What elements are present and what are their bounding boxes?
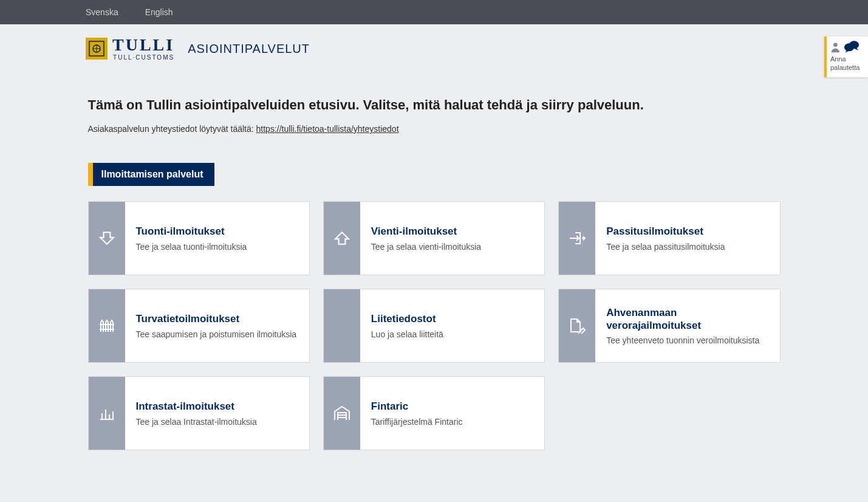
logo-sub-text: TULL·CUSTOMS <box>112 55 174 61</box>
service-card[interactable]: LiitetiedostotLuo ja selaa liitteitä <box>323 289 545 363</box>
service-card-grid: Tuonti-ilmoituksetTee ja selaa tuonti-il… <box>88 201 781 450</box>
topbar: Svenska English <box>0 0 868 24</box>
intro-block: Tämä on Tullin asiointipalveluiden etusi… <box>88 97 781 134</box>
file-pen-icon <box>559 289 595 362</box>
arrow-up-icon <box>324 202 360 275</box>
section-title: Ilmoittamisen palvelut <box>93 163 214 186</box>
service-card-title: Turvatietoilmoitukset <box>136 312 297 325</box>
service-card-title: Vienti-ilmoitukset <box>371 225 481 238</box>
service-card-desc: Luo ja selaa liitteitä <box>371 329 443 339</box>
arrow-down-icon <box>89 202 125 275</box>
person-icon <box>830 41 842 53</box>
service-card[interactable]: Intrastat-ilmoituksetTee ja selaa Intras… <box>88 376 310 450</box>
svg-point-4 <box>849 41 859 49</box>
contact-line: Asiakaspalvelun yhteystiedot löytyvät tä… <box>88 124 781 134</box>
service-card[interactable]: PassitusilmoituksetTee ja selaa passitus… <box>558 201 780 275</box>
service-card-title: Intrastat-ilmoitukset <box>136 400 257 413</box>
service-card[interactable]: FintaricTariffijärjestelmä Fintaric <box>323 376 545 450</box>
service-card-title: Ahvenanmaan verorajailmoitukset <box>606 306 768 332</box>
service-card-desc: Tee ja selaa tuonti-ilmoituksia <box>136 242 247 252</box>
feedback-line2: palautetta <box>830 63 864 72</box>
logo-main-text: TULLI <box>112 36 174 53</box>
lang-link-svenska[interactable]: Svenska <box>86 7 118 17</box>
blank-icon <box>324 289 360 362</box>
service-card[interactable]: TurvatietoilmoituksetTee saapumisen ja p… <box>88 289 310 363</box>
enter-right-icon <box>559 202 595 275</box>
service-card-desc: Tee saapumisen ja poistumisen ilmoituksi… <box>136 329 297 339</box>
feedback-line1: Anna <box>830 55 864 63</box>
service-card-title: Liitetiedostot <box>371 312 443 325</box>
svg-point-2 <box>833 43 838 47</box>
contact-link[interactable]: https://tulli.fi/tietoa-tullista/yhteyst… <box>256 124 399 134</box>
fence-icon <box>89 289 125 362</box>
main-container: Tämä on Tullin asiointipalveluiden etusi… <box>88 73 781 487</box>
bar-chart-icon <box>89 377 125 450</box>
service-card-desc: Tee ja selaa Intrastat-ilmoituksia <box>136 417 257 427</box>
service-card-title: Fintaric <box>371 400 463 413</box>
site-title: ASIOINTIPALVELUT <box>188 42 310 56</box>
warehouse-icon <box>324 377 360 450</box>
lang-link-english[interactable]: English <box>145 7 173 17</box>
service-card[interactable]: Tuonti-ilmoituksetTee ja selaa tuonti-il… <box>88 201 310 275</box>
service-card-desc: Tee ja selaa vienti-ilmoituksia <box>371 242 481 252</box>
service-card-title: Passitusilmoitukset <box>606 225 725 238</box>
speech-bubble-icon <box>844 40 859 53</box>
section-accent-bar <box>88 163 93 186</box>
page-heading: Tämä on Tullin asiointipalveluiden etusi… <box>88 97 781 113</box>
logo-emblem-icon <box>86 38 108 60</box>
service-card-desc: Tee yhteenveto tuonnin veroilmoituksista <box>606 335 768 345</box>
header: TULLI TULL·CUSTOMS ASIOINTIPALVELUT <box>0 24 868 73</box>
service-card[interactable]: Vienti-ilmoituksetTee ja selaa vienti-il… <box>323 201 545 275</box>
feedback-button[interactable]: Anna palautetta <box>824 36 868 77</box>
section-heading: Ilmoittamisen palvelut <box>88 163 214 186</box>
service-card[interactable]: Ahvenanmaan verorajailmoituksetTee yhtee… <box>558 289 780 363</box>
logo[interactable]: TULLI TULL·CUSTOMS <box>86 36 174 61</box>
contact-prefix: Asiakaspalvelun yhteystiedot löytyvät tä… <box>88 124 256 134</box>
service-card-desc: Tee ja selaa passitusilmoituksia <box>606 242 725 252</box>
service-card-desc: Tariffijärjestelmä Fintaric <box>371 417 463 427</box>
service-card-title: Tuonti-ilmoitukset <box>136 225 247 238</box>
